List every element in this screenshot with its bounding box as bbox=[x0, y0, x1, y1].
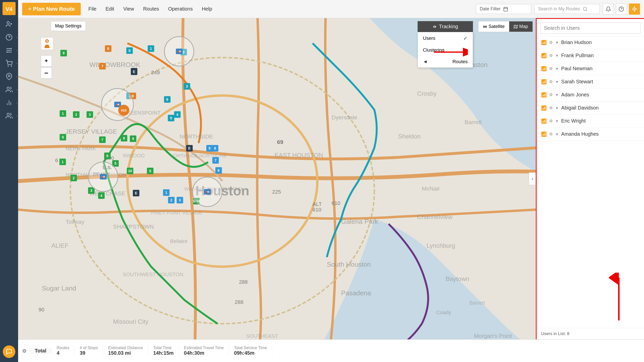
user-item-brian-hudson[interactable]: 📶 ⚙ ▼ Brian Hudson bbox=[537, 36, 644, 49]
user-search-input[interactable] bbox=[540, 22, 640, 34]
user-item-sarah-stewart[interactable]: 📶 ⚙ ▼ Sarah Stewart bbox=[537, 75, 644, 88]
route-marker-10: 10 bbox=[127, 168, 133, 174]
calendar-icon bbox=[503, 7, 508, 12]
wifi-online-icon-2: 📶 bbox=[541, 53, 547, 58]
user-item-eric-wright[interactable]: 📶 ⚙ ▼ Eric Wright bbox=[537, 115, 644, 128]
route-marker-2c: 2 bbox=[70, 175, 77, 181]
map-background: Houston WILLOWBROOK JERSEY VILLAGE GREEN… bbox=[18, 18, 536, 339]
stat-service-time: Total Service Time 09h:45m bbox=[229, 346, 272, 356]
distance-label: Estimated Distance bbox=[108, 346, 143, 350]
chat-button[interactable] bbox=[1, 343, 17, 360]
nav-edit[interactable]: Edit bbox=[101, 4, 118, 14]
stat-total: Total bbox=[30, 348, 52, 354]
nav-file[interactable]: File bbox=[84, 4, 101, 14]
user-item-frank-pullman[interactable]: 📶 ⚙ ▼ Frank Pullman bbox=[537, 49, 644, 62]
svg-text:Tollway: Tollway bbox=[66, 219, 85, 225]
user-item-adam-jones[interactable]: 📶 ⚙ ▼ Adam Jones bbox=[537, 88, 644, 101]
route-marker-3: 3 bbox=[184, 83, 190, 90]
svg-text:Channelview: Channelview bbox=[417, 213, 453, 220]
wifi-offline-icon-2: 📶 bbox=[541, 131, 547, 137]
map-settings-button[interactable]: Map Settings bbox=[51, 21, 86, 31]
search-label: Search in My Routes bbox=[538, 6, 580, 12]
bottom-gear-icon[interactable]: ⚙ bbox=[22, 348, 27, 354]
svg-text:249: 249 bbox=[151, 69, 160, 75]
notifications-button[interactable] bbox=[603, 4, 614, 15]
svg-point-10 bbox=[11, 66, 12, 66]
svg-text:Morgan's Point: Morgan's Point bbox=[474, 333, 512, 339]
route-marker-1b: 1 bbox=[60, 110, 66, 117]
svg-text:Baytown: Baytown bbox=[446, 275, 469, 282]
upward-arrow-annotation bbox=[537, 268, 644, 328]
route-marker-1c: 1 bbox=[59, 159, 66, 165]
svg-text:JERSEY VILLAGE: JERSEY VILLAGE bbox=[66, 128, 117, 135]
route-marker-2b: 2 bbox=[73, 111, 79, 118]
map-panel-area: Houston WILLOWBROOK JERSEY VILLAGE GREEN… bbox=[18, 18, 644, 339]
bolt-button[interactable] bbox=[629, 4, 640, 15]
sidebar-item-help[interactable]: › bbox=[0, 31, 18, 44]
nav-menu: File Edit View Routes Operations Help bbox=[84, 4, 217, 14]
panel-collapse-button[interactable]: › bbox=[529, 172, 536, 185]
nav-view[interactable]: View bbox=[119, 4, 139, 14]
sidebar-item-teams[interactable]: › bbox=[0, 109, 18, 122]
satellite-label: Satellite bbox=[489, 24, 505, 29]
sidebar-item-orders[interactable]: › bbox=[0, 57, 18, 70]
tracking-users-item[interactable]: Users ✓ bbox=[418, 32, 473, 44]
nav-routes[interactable]: Routes bbox=[139, 4, 164, 14]
svg-point-12 bbox=[7, 87, 9, 89]
user-chevron-icon-3: ▼ bbox=[555, 67, 559, 71]
settings-icon-7: ⚙ bbox=[549, 119, 553, 123]
tracking-button[interactable]: Tracking bbox=[418, 21, 473, 32]
map-container[interactable]: Houston WILLOWBROOK JERSEY VILLAGE GREEN… bbox=[18, 18, 536, 339]
truck-circle-2: 🚛 bbox=[101, 88, 134, 121]
svg-text:90: 90 bbox=[38, 307, 44, 312]
svg-text:Barrett: Barrett bbox=[465, 119, 482, 125]
top-bar: + Plan New Route File Edit View Routes O… bbox=[18, 0, 644, 18]
sidebar-item-locations[interactable]: › bbox=[0, 70, 18, 83]
sidebar-item-users[interactable]: › bbox=[0, 83, 18, 96]
svg-point-21 bbox=[583, 7, 587, 10]
right-panel: 📶 ⚙ ▼ Brian Hudson 📶 ⚙ ▼ Frank Pullman 📶… bbox=[536, 18, 644, 339]
user-item-paul-newman[interactable]: 📶 ⚙ ▼ Paul Newman bbox=[537, 62, 644, 75]
svg-text:Barrett: Barrett bbox=[469, 300, 485, 306]
svg-point-16 bbox=[7, 113, 9, 116]
teams-chevron: › bbox=[16, 115, 17, 117]
user-item-amanda-hughes[interactable]: 📶 ⚙ ▼ Amanda Hughes bbox=[537, 128, 644, 141]
svg-marker-25 bbox=[632, 7, 637, 11]
sidebar-item-routes[interactable]: › bbox=[0, 44, 18, 57]
svg-text:6: 6 bbox=[55, 157, 58, 163]
sidebar-item-add-user[interactable] bbox=[0, 18, 18, 31]
user-item-abigail-davidson[interactable]: 📶 ⚙ ▼ Abigail Davidson bbox=[537, 101, 644, 115]
stat-distance: Estimated Distance 150.03 mi bbox=[103, 346, 148, 356]
stat-stops: # of Stops 39 bbox=[75, 346, 103, 356]
plan-route-button[interactable]: + Plan New Route bbox=[22, 3, 81, 15]
map-mode-button[interactable]: Map bbox=[509, 21, 533, 32]
route-marker-ed: E bbox=[186, 145, 193, 152]
zoom-out-button[interactable]: − bbox=[41, 67, 52, 79]
route-marker-5: 5 bbox=[168, 115, 174, 121]
wifi-online-icon-4: 📶 bbox=[541, 79, 547, 85]
app-logo[interactable]: V4 bbox=[3, 2, 16, 15]
svg-rect-17 bbox=[504, 7, 508, 11]
svg-marker-88 bbox=[514, 25, 518, 28]
user-name-sarah-stewart: Sarah Stewart bbox=[561, 79, 639, 85]
date-filter[interactable]: Date Filter bbox=[476, 4, 531, 14]
sidebar-item-reports[interactable]: › bbox=[0, 96, 18, 109]
settings-icon-2: ⚙ bbox=[549, 53, 553, 58]
svg-point-27 bbox=[127, 96, 317, 267]
route-marker-s1: S bbox=[126, 47, 133, 54]
reports-chevron: › bbox=[16, 101, 17, 104]
svg-point-11 bbox=[8, 75, 10, 77]
truck-circle-1: 🚛 bbox=[164, 36, 194, 66]
satellite-button[interactable]: Satellite bbox=[478, 21, 509, 32]
route-marker-7: 7 bbox=[99, 63, 106, 69]
truck-icon-3: 🚛 bbox=[100, 174, 107, 179]
search-my-routes[interactable]: Search in My Routes bbox=[534, 4, 600, 14]
zoom-in-button[interactable]: + bbox=[41, 55, 52, 66]
svg-point-9 bbox=[8, 66, 8, 66]
user-chevron-icon-8: ▼ bbox=[555, 132, 559, 136]
settings-icon-4: ⚙ bbox=[549, 79, 553, 84]
svg-text:NORTHSIDE: NORTHSIDE bbox=[180, 133, 213, 140]
nav-operations[interactable]: Operations bbox=[164, 4, 197, 14]
nav-help[interactable]: Help bbox=[197, 4, 217, 14]
help-button[interactable] bbox=[616, 4, 627, 15]
